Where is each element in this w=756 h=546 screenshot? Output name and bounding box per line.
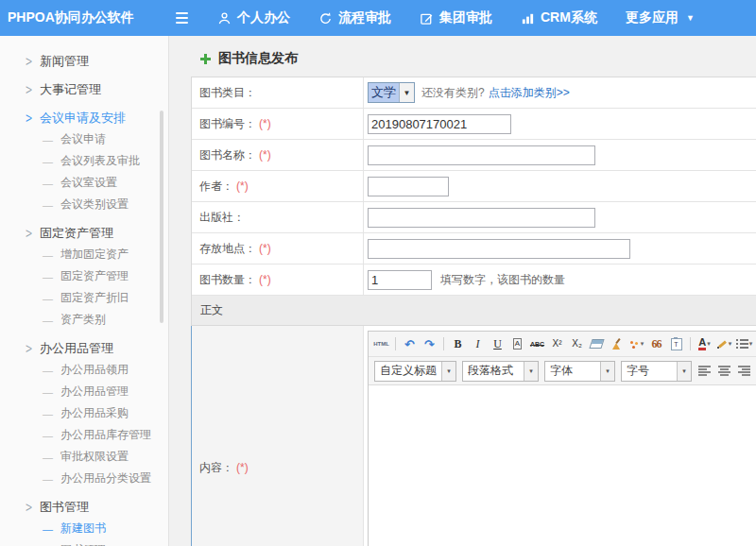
font-color-button[interactable]: A▾ <box>696 335 713 352</box>
topbar: PHPOA协同办公软件 个人办公 流程审批 集团审批 CRM系统 更多应用 ▼ <box>0 0 756 36</box>
sidebar-item-7[interactable]: >固定资产管理 <box>0 222 168 244</box>
toolbar-separator <box>395 337 396 350</box>
redo-button[interactable]: ↷ <box>421 335 438 352</box>
superscript-button[interactable]: X² <box>548 335 566 352</box>
chevron-right-icon: > <box>26 225 32 242</box>
toolbar-separator <box>443 337 444 350</box>
sidebar-item-14[interactable]: —办公用品管理 <box>0 381 168 402</box>
sidebar-item-18[interactable]: —办公用品分类设置 <box>0 468 168 489</box>
nav-crm-system[interactable]: CRM系统 <box>521 9 597 26</box>
location-input[interactable] <box>368 239 630 259</box>
publisher-input[interactable] <box>368 208 595 228</box>
chevron-down-icon: ▼ <box>686 13 695 23</box>
add-category-link[interactable]: 点击添加类别>> <box>489 85 570 101</box>
sidebar-item-1[interactable]: >大事记管理 <box>0 78 168 100</box>
caret-down-icon[interactable]: ▾ <box>441 362 455 381</box>
sidebar-item-10[interactable]: —固定资产折旧 <box>0 287 168 309</box>
editor-content-area[interactable] <box>369 385 756 546</box>
sidebar-item-15[interactable]: —办公用品采购 <box>0 402 168 424</box>
sidebar-item-11[interactable]: —资产类别 <box>0 309 168 331</box>
sidebar-item-5[interactable]: —会议室设置 <box>0 172 168 194</box>
ordered-list-button[interactable]: ▾ <box>735 335 753 352</box>
align-right-button[interactable] <box>735 363 753 380</box>
dash-icon: — <box>43 199 53 211</box>
remove-format-button[interactable]: A <box>508 335 526 352</box>
align-left-icon <box>698 366 711 376</box>
field-label: 作者： <box>199 179 233 195</box>
eraser-button[interactable] <box>588 335 606 352</box>
undo-button[interactable]: ↶ <box>401 335 419 352</box>
caret-down-icon[interactable]: ▾ <box>600 362 614 381</box>
nav-group-approval[interactable]: 集团审批 <box>420 9 492 26</box>
text-effect-button[interactable]: ▾ <box>627 335 645 352</box>
sidebar-item-12[interactable]: >办公用品管理 <box>0 337 168 359</box>
sidebar-item-20[interactable]: —新建图书 <box>0 518 168 539</box>
paste-as-text-icon <box>671 338 682 350</box>
caret-down-icon[interactable]: ▾ <box>524 362 538 381</box>
field-label: 内容： <box>199 460 233 476</box>
sidebar-item-label: 增加固定资产 <box>60 247 129 263</box>
required-mark: (*) <box>236 461 249 474</box>
blockquote-button[interactable]: 66 <box>647 335 665 352</box>
custom-title-dropdown-label: 自定义标题 <box>375 362 441 381</box>
sidebar-item-label: 大事记管理 <box>40 81 101 98</box>
sidebar-item-label: 审批权限设置 <box>60 449 129 465</box>
nav-personal-office[interactable]: 个人办公 <box>217 9 290 26</box>
nav-label: CRM系统 <box>541 9 597 26</box>
italic-button[interactable]: I <box>469 335 487 352</box>
align-left-button[interactable] <box>696 363 713 380</box>
required-mark: (*) <box>236 179 249 193</box>
custom-title-dropdown[interactable]: 自定义标题▾ <box>374 361 456 382</box>
bold-button[interactable]: B <box>449 335 467 352</box>
sidebar-item-6[interactable]: —会议类别设置 <box>0 194 168 215</box>
caret-down-icon[interactable]: ▾ <box>677 362 691 381</box>
dash-icon: — <box>43 386 53 398</box>
sidebar-item-19[interactable]: >图书管理 <box>0 496 168 518</box>
nav-more-apps[interactable]: 更多应用 ▼ <box>626 9 695 26</box>
page-title-row: 图书信息发布 <box>200 50 756 67</box>
sidebar-item-0[interactable]: >新闻管理 <box>0 50 168 72</box>
form-row-author: 作者：(*) <box>192 171 756 202</box>
caret-down-icon: ▾ <box>729 340 732 348</box>
book-name-input[interactable] <box>368 145 595 165</box>
category-select[interactable]: 文学 ▼ <box>368 82 415 103</box>
toolbar-separator <box>690 337 691 350</box>
paste-as-text-button[interactable] <box>667 335 685 352</box>
menu-icon[interactable] <box>176 12 191 24</box>
sidebar-item-3[interactable]: —会议申请 <box>0 128 168 150</box>
source-code-button[interactable]: HTML <box>372 335 390 352</box>
sidebar-item-17[interactable]: —审批权限设置 <box>0 446 168 468</box>
sidebar-item-21[interactable]: —图书管理 <box>0 539 168 546</box>
subscript-button[interactable]: X₂ <box>568 335 586 352</box>
align-center-icon <box>718 366 730 376</box>
sidebar-item-4[interactable]: —会议列表及审批 <box>0 150 168 172</box>
sidebar-item-label: 图书管理 <box>40 499 89 516</box>
font-size-dropdown[interactable]: 字号▾ <box>621 361 692 382</box>
sidebar-item-13[interactable]: —办公用品领用 <box>0 359 168 381</box>
underline-button[interactable]: U <box>489 335 507 352</box>
strikethrough-button[interactable]: ABC <box>528 335 546 352</box>
sidebar-item-2[interactable]: >会议申请及安排 <box>0 107 168 128</box>
sidebar-item-label: 会议申请 <box>60 131 106 147</box>
remove-format-icon: A <box>513 338 522 350</box>
align-center-button[interactable] <box>715 363 733 380</box>
sidebar-scrollbar[interactable] <box>160 111 163 323</box>
sidebar-item-label: 办公用品领用 <box>60 362 129 378</box>
author-input[interactable] <box>368 177 449 196</box>
select-arrow-icon[interactable]: ▼ <box>399 83 414 102</box>
highlight-pen-button[interactable]: ▾ <box>715 335 733 352</box>
quantity-input[interactable] <box>368 270 432 290</box>
sidebar-item-9[interactable]: —固定资产管理 <box>0 265 168 287</box>
category-selected-option: 文学 <box>369 83 399 102</box>
format-brush-button[interactable] <box>608 335 626 352</box>
sidebar-item-label: 办公用品管理 <box>40 340 113 357</box>
paragraph-format-dropdown[interactable]: 段落格式▾ <box>462 361 539 382</box>
sidebar-item-8[interactable]: —增加固定资产 <box>0 244 168 265</box>
sidebar-item-label: 新建图书 <box>60 520 106 537</box>
font-family-dropdown[interactable]: 字体▾ <box>544 361 615 382</box>
dash-icon: — <box>43 178 53 189</box>
book-number-input[interactable] <box>368 114 511 134</box>
italic-icon: I <box>476 338 480 350</box>
sidebar-item-16[interactable]: —办公用品库存管理 <box>0 424 168 446</box>
nav-workflow-approval[interactable]: 流程审批 <box>318 9 391 26</box>
